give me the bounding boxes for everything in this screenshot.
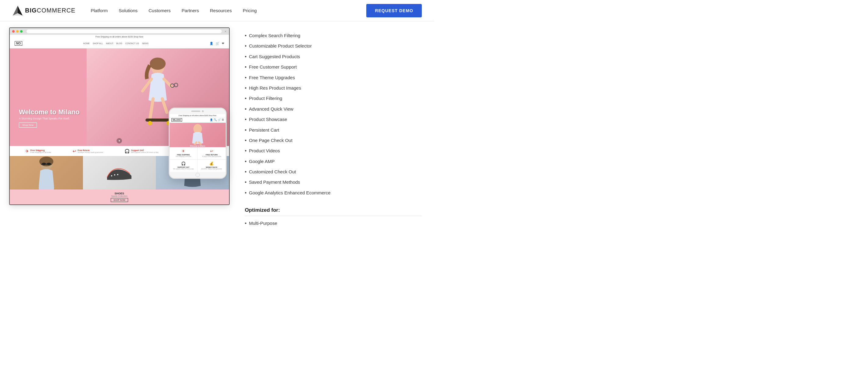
phone-banner: Free Shipping on all orders above $100 S…: [169, 114, 226, 117]
navbar: BIGCOMMERCE Platform Solutions Customers…: [0, 0, 434, 21]
mobile-phone: Free Shipping on all orders above $100 S…: [169, 107, 227, 179]
store-nav: NO HOME SHOP ALL ABOUT BLOG CONTACT US N…: [10, 39, 229, 48]
nav-customers[interactable]: Customers: [149, 8, 171, 13]
store-hero-subtitle: A Stunning Design That Speaks For Itself…: [19, 117, 80, 120]
store-nav-icons: 👤 🛒 ❤: [210, 42, 224, 45]
feature-item-customizable-selector: Customizable Product Selector: [245, 41, 422, 51]
main-content: ✕ Free Shipping on all orders above $100…: [0, 21, 434, 237]
logo-text: BIGCOMMERCE: [25, 7, 75, 14]
browser-expand-dot: [20, 30, 23, 33]
feature-item-free-upgrades: Free Theme Upgrades: [245, 72, 422, 83]
feature-item-product-videos: Product Videos: [245, 146, 422, 156]
store-nav-shop: SHOP ALL: [93, 42, 103, 44]
browser-bar: ✕: [10, 28, 229, 35]
phone-strip-return: ↩ FREE RETURN 30 days money back guarant…: [198, 147, 226, 159]
optimized-section: Optimized for: Multi-Purpose: [245, 207, 422, 228]
store-nav-news: NEWS: [142, 42, 149, 44]
nav-partners[interactable]: Partners: [182, 8, 199, 13]
store-nav-home: HOME: [83, 42, 90, 44]
phone-strip-moneyback: 💰 MONEY BACK 30 DAYS - Money back guaran…: [198, 160, 226, 172]
phone-speaker: [191, 110, 200, 112]
phone-home-button: [195, 173, 200, 177]
phone-nav-icons: 👤 🔍 🛒 ☰: [210, 119, 224, 121]
nav-platform[interactable]: Platform: [91, 8, 108, 13]
logo[interactable]: BIGCOMMERCE: [12, 5, 75, 16]
phone-moneyback-icon: 💰: [199, 162, 224, 166]
user-icon: 👤: [210, 42, 213, 45]
phone-top: [169, 108, 226, 114]
feature-item-one-page-checkout: One Page Check Out: [245, 135, 422, 146]
svg-line-33: [199, 142, 201, 144]
optimized-item-multipurpose: Multi-Purpose: [245, 219, 422, 228]
right-panel: Complex Search Filtering Customizable Pr…: [239, 27, 434, 237]
features-list: Complex Search Filtering Customizable Pr…: [245, 30, 422, 198]
phone-moneyback-sub: 30 DAYS - Money back guarantee: [199, 168, 224, 170]
browser-close-btn: ✕: [224, 30, 227, 33]
left-panel: ✕ Free Shipping on all orders above $100…: [0, 27, 239, 237]
nav-pricing[interactable]: Pricing: [243, 8, 257, 13]
phone-hero-label: Welcome to Milano: [185, 145, 210, 147]
phone-nav-logo: MILANO: [172, 118, 182, 122]
store-nav-blog: BLOG: [117, 42, 122, 44]
store-nav-links: HOME SHOP ALL ABOUT BLOG CONTACT US NEWS: [83, 42, 149, 44]
feature-item-persistent-cart: Persistent Cart: [245, 125, 422, 135]
wishlist-icon: ❤: [222, 42, 224, 45]
shoes-sub: Sports Collection: [111, 195, 127, 197]
phone-strip: ✈ FREE SHIPPING Free shipping on all ord…: [169, 147, 226, 172]
phone-support-icon: 🎧: [171, 162, 196, 166]
svg-rect-21: [39, 187, 54, 190]
feature-item-saved-payments: Saved Payment Methods: [245, 177, 422, 187]
phone-nav: MILANO 👤 🔍 🛒 ☰: [169, 117, 226, 123]
store-nav-contact: CONTACT US: [125, 42, 139, 44]
phone-menu-icon: ☰: [222, 119, 224, 121]
feature-item-quick-view: Advanced Quick View: [245, 104, 422, 114]
store-banner: Free Shipping on all orders above $100 S…: [10, 35, 229, 39]
svg-point-4: [150, 58, 165, 70]
feature-item-high-res: High Res Product Images: [245, 83, 422, 93]
cart-icon: 🛒: [216, 42, 219, 45]
request-demo-button[interactable]: REQUEST DEMO: [366, 4, 422, 18]
phone-camera: [202, 110, 204, 112]
phone-cart-icon: 🛒: [218, 119, 221, 121]
phone-strip-support: 🎧 SUPPORT 24/7 We support online 24 hour…: [169, 160, 198, 172]
logo-icon: [12, 5, 23, 16]
shoes-label: SHOES Sports Collection SHOP NOW: [83, 190, 156, 204]
shoes-shop-btn: SHOP NOW: [111, 198, 128, 202]
browser-url-bar: [27, 30, 222, 33]
shoes-brand: SHOES: [115, 192, 124, 195]
feature-item-cart-suggested: Cart Suggested Products: [245, 52, 422, 62]
feature-item-complex-search: Complex Search Filtering: [245, 30, 422, 41]
phone-hero-text: Welcome to Milano: [185, 123, 210, 147]
nav-solutions[interactable]: Solutions: [119, 8, 137, 13]
nav-links: Platform Solutions Customers Partners Re…: [91, 8, 366, 13]
phone-hero-svg: [185, 123, 210, 145]
phone-search-icon: 🔍: [214, 119, 217, 121]
phone-shipping-icon: ✈: [171, 149, 196, 153]
browser-close-dot: [12, 30, 14, 33]
optimized-list: Multi-Purpose: [245, 219, 422, 228]
phone-return-icon: ↩: [199, 149, 224, 153]
nav-resources[interactable]: Resources: [210, 8, 232, 13]
phone-strip-shipping: ✈ FREE SHIPPING Free shipping on all ord…: [169, 147, 198, 159]
feature-item-free-support: Free Customer Support: [245, 62, 422, 72]
phone-hero: Welcome to Milano: [169, 123, 226, 147]
feature-item-product-showcase: Product Showcase: [245, 114, 422, 125]
feature-item-google-amp: Google AMP: [245, 156, 422, 167]
store-nav-about: ABOUT: [106, 42, 113, 44]
browser-minimize-dot: [16, 30, 19, 33]
store-hero-button: Shop Now: [19, 123, 37, 128]
svg-line-14: [174, 85, 175, 85]
store-hero-text: Welcome to Milano A Stunning Design That…: [19, 108, 80, 128]
optimized-title: Optimized for:: [245, 207, 422, 216]
phone-bottom: [169, 172, 226, 178]
store-nav-logo: NO: [14, 41, 22, 46]
phone-shipping-sub: Free shipping on all order: [171, 156, 196, 158]
feature-item-google-analytics: Google Analytics Enhanced Ecommerce: [245, 188, 422, 198]
phone-support-sub: We support online 24 hours a day: [171, 168, 196, 170]
feature-item-customized-checkout: Customized Check Out: [245, 167, 422, 177]
store-hero-title: Welcome to Milano: [19, 108, 80, 116]
phone-return-sub: 30 days money back guarantee: [199, 156, 224, 158]
feature-item-product-filtering: Product Filtering: [245, 93, 422, 104]
phone-user-icon: 👤: [210, 119, 213, 121]
